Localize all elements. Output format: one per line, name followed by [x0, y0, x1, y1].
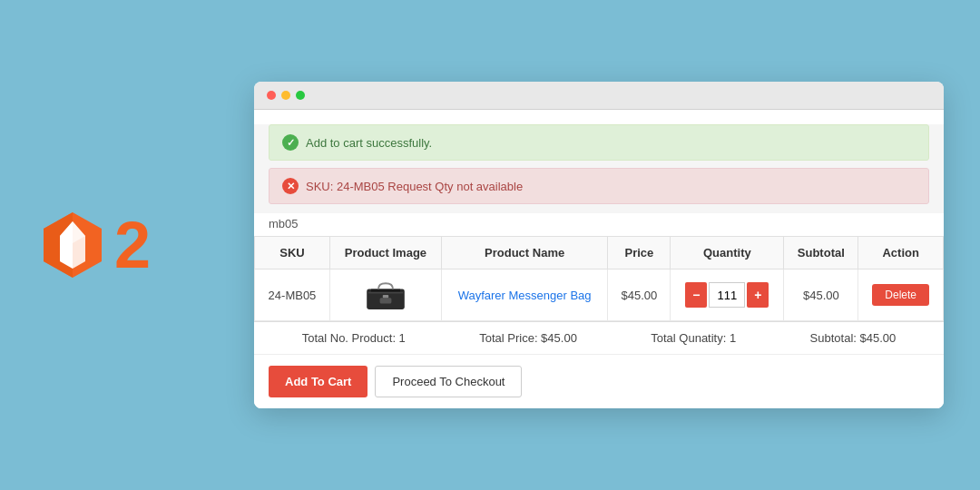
- quantity-increase-button[interactable]: +: [747, 282, 769, 308]
- total-products: Total No. Product: 1: [302, 331, 406, 345]
- quantity-control: − +: [681, 282, 772, 308]
- alert-error: SKU: 24-MB05 Request Qty not available: [269, 168, 929, 204]
- svg-rect-9: [383, 295, 388, 298]
- table-row: 24-MB05: [255, 270, 944, 321]
- cell-subtotal: $45.00: [784, 270, 858, 321]
- col-header-action: Action: [858, 237, 944, 270]
- browser-dot-red: [267, 91, 276, 100]
- col-header-quantity: Quantity: [671, 237, 784, 270]
- magento-2-label: 2: [114, 212, 151, 278]
- svg-rect-6: [371, 289, 400, 292]
- sku-section-label: mb05: [254, 213, 944, 236]
- svg-rect-8: [380, 298, 392, 303]
- col-header-sku: SKU: [255, 237, 330, 270]
- success-icon: [282, 134, 299, 151]
- cell-quantity: − +: [671, 270, 784, 321]
- proceed-to-checkout-button[interactable]: Proceed To Checkout: [375, 366, 522, 397]
- cell-price: $45.00: [608, 270, 671, 321]
- col-header-image: Product Image: [329, 237, 441, 270]
- product-image-container: [364, 279, 407, 311]
- cell-action: Delete: [858, 270, 944, 321]
- magento-icon: [36, 209, 109, 281]
- cart-table: SKU Product Image Product Name Price Qua…: [254, 236, 944, 321]
- cell-product-image: [329, 270, 441, 321]
- error-icon: [282, 178, 299, 194]
- product-link[interactable]: Wayfarer Messenger Bag: [458, 289, 592, 302]
- success-text: Add to cart successfully.: [306, 136, 432, 150]
- svg-rect-7: [368, 292, 403, 294]
- error-text: SKU: 24-MB05 Request Qty not available: [306, 180, 523, 193]
- cell-product-name: Wayfarer Messenger Bag: [441, 270, 607, 321]
- col-header-name: Product Name: [441, 237, 607, 270]
- add-to-cart-button[interactable]: Add To Cart: [269, 366, 368, 397]
- logo-area: 2: [36, 209, 151, 281]
- total-quantity: Total Qunatity: 1: [651, 331, 736, 345]
- quantity-decrease-button[interactable]: −: [685, 282, 707, 308]
- browser-content: Add to cart successfully. SKU: 24-MB05 R…: [254, 124, 944, 408]
- delete-button[interactable]: Delete: [872, 284, 929, 306]
- bag-image: [364, 279, 407, 311]
- browser-dot-yellow: [281, 91, 290, 100]
- total-price: Total Price: $45.00: [479, 331, 577, 345]
- cell-sku: 24-MB05: [255, 270, 330, 321]
- action-buttons-bar: Add To Cart Proceed To Checkout: [254, 354, 944, 408]
- total-subtotal: Subtotal: $45.00: [810, 331, 897, 345]
- browser-window: Add to cart successfully. SKU: 24-MB05 R…: [254, 82, 944, 408]
- totals-row: Total No. Product: 1 Total Price: $45.00…: [254, 321, 944, 354]
- alert-success: Add to cart successfully.: [269, 124, 929, 161]
- table-header-row: SKU Product Image Product Name Price Qua…: [255, 237, 944, 270]
- browser-titlebar: [254, 82, 944, 110]
- col-header-subtotal: Subtotal: [784, 237, 858, 270]
- quantity-input[interactable]: [709, 282, 745, 308]
- browser-dot-green: [296, 91, 305, 100]
- col-header-price: Price: [608, 237, 671, 270]
